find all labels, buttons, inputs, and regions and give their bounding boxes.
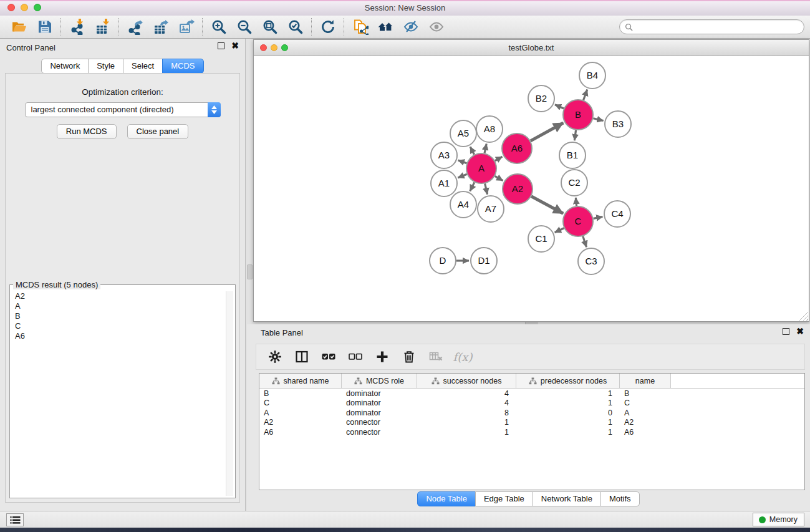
zoom-out-button[interactable] [231, 17, 257, 37]
table-tab-node-table[interactable]: Node Table [417, 491, 476, 506]
edge-A6-B[interactable] [531, 123, 563, 141]
column-header-shared-name[interactable]: shared name [259, 374, 342, 388]
node-B1[interactable]: B1 [559, 142, 586, 168]
node-B4[interactable]: B4 [579, 62, 605, 89]
table-tab-motifs[interactable]: Motifs [600, 491, 640, 506]
select-all-columns-button[interactable] [321, 349, 337, 365]
result-item[interactable]: A6 [12, 331, 226, 341]
table-settings-button[interactable] [267, 349, 283, 365]
task-history-button[interactable] [6, 513, 24, 526]
result-item[interactable]: A2 [12, 291, 226, 301]
run-mcds-button[interactable]: Run MCDS [57, 124, 117, 139]
node-A7[interactable]: A7 [478, 196, 504, 222]
node-D[interactable]: D [430, 248, 456, 274]
node-A1[interactable]: A1 [431, 170, 457, 196]
first-neighbors-button[interactable] [373, 17, 398, 37]
tab-mcds[interactable]: MCDS [162, 59, 203, 74]
delete-column-button[interactable] [401, 349, 417, 365]
edge-A-A1[interactable] [458, 174, 467, 178]
edge-C-C3[interactable] [583, 236, 587, 247]
network-canvas[interactable]: B4B2BB3B1A5A8A6A3AA1A2C2A4A7C4CC1C3DD1 [254, 56, 809, 321]
close-table-panel-icon[interactable]: ✖ [796, 328, 804, 335]
network-window-titlebar[interactable]: testGlobe.txt [254, 40, 809, 56]
edge-B-B3[interactable] [593, 118, 603, 121]
import-network-button[interactable] [64, 17, 90, 37]
result-item[interactable]: C [12, 321, 226, 331]
node-A4[interactable]: A4 [450, 191, 476, 218]
open-session-button[interactable] [6, 17, 32, 37]
tab-style[interactable]: Style [88, 59, 123, 74]
minimize-window-icon[interactable] [21, 4, 28, 11]
edge-B-B4[interactable] [584, 90, 587, 100]
node-C2[interactable]: C2 [561, 170, 587, 196]
result-item[interactable]: A [12, 301, 226, 311]
edge-A-A4[interactable] [470, 182, 475, 191]
node-A6[interactable]: A6 [502, 133, 532, 163]
table-tab-network-table[interactable]: Network Table [533, 491, 601, 506]
network-maximize-icon[interactable] [281, 44, 288, 51]
float-panel-icon[interactable] [218, 42, 224, 49]
show-details-button[interactable] [424, 17, 450, 37]
edge-A2-C[interactable] [531, 196, 563, 213]
node-C4[interactable]: C4 [604, 201, 630, 227]
export-network-button[interactable] [122, 17, 148, 37]
create-column-button[interactable] [374, 349, 390, 365]
network-close-icon[interactable] [260, 44, 267, 51]
zoom-in-button[interactable] [206, 17, 231, 37]
column-header-predecessor-nodes[interactable]: predecessor nodes [516, 374, 620, 388]
table-row[interactable]: Bdominator41B [259, 389, 804, 399]
edge-A-A8[interactable] [485, 144, 486, 153]
table-tab-edge-table[interactable]: Edge Table [475, 491, 533, 506]
edge-A-A2[interactable] [495, 176, 503, 180]
table-row[interactable]: A2connector11A2 [259, 418, 804, 428]
import-table-button[interactable] [90, 17, 115, 37]
column-header-successor-nodes[interactable]: successor nodes [417, 374, 516, 388]
close-window-icon[interactable] [7, 4, 15, 11]
result-scrollbar[interactable] [226, 291, 233, 496]
export-image-button[interactable] [173, 17, 199, 37]
memory-button[interactable]: Memory [753, 513, 804, 526]
table-row[interactable]: Cdominator41C [259, 399, 804, 409]
edge-C-C4[interactable] [594, 216, 603, 218]
node-A2[interactable]: A2 [503, 174, 533, 204]
node-D1[interactable]: D1 [471, 248, 497, 274]
clone-network-button[interactable] [347, 17, 373, 37]
search-input[interactable] [636, 22, 799, 32]
zoom-fit-button[interactable] [257, 17, 282, 37]
result-item[interactable]: B [12, 311, 226, 321]
hide-details-button[interactable] [398, 17, 424, 37]
search-box[interactable] [619, 19, 804, 34]
node-B[interactable]: B [563, 100, 593, 130]
unselect-all-columns-button[interactable] [347, 349, 364, 365]
node-C[interactable]: C [563, 206, 593, 236]
edge-A-A6[interactable] [495, 157, 503, 161]
optimization-criterion-select[interactable]: largest connected component (directed) [25, 102, 221, 117]
node-B3[interactable]: B3 [605, 111, 631, 137]
column-header-MCDS-role[interactable]: MCDS role [342, 374, 417, 388]
export-table-button[interactable] [148, 17, 173, 37]
node-A8[interactable]: A8 [476, 116, 503, 142]
node-B2[interactable]: B2 [528, 85, 554, 112]
node-C3[interactable]: C3 [578, 248, 604, 274]
edge-A-A7[interactable] [485, 183, 488, 194]
float-table-panel-icon[interactable] [783, 328, 789, 335]
edge-A-A5[interactable] [470, 147, 474, 154]
tab-select[interactable]: Select [123, 59, 163, 74]
node-A3[interactable]: A3 [431, 142, 457, 168]
zoom-selected-button[interactable] [282, 17, 308, 37]
table-row[interactable]: A6connector11A6 [259, 427, 804, 437]
save-session-button[interactable] [32, 17, 57, 37]
table-row[interactable]: Adominator80A [259, 408, 804, 418]
edge-C-C1[interactable] [555, 228, 564, 233]
maximize-window-icon[interactable] [34, 4, 41, 11]
node-C1[interactable]: C1 [528, 226, 554, 252]
close-panel-icon[interactable]: ✖ [231, 42, 239, 49]
tab-network[interactable]: Network [41, 59, 89, 74]
vertical-splitter-handle[interactable] [247, 264, 253, 279]
edge-C-C2[interactable] [576, 198, 576, 206]
edge-A-A3[interactable] [458, 160, 467, 163]
node-A[interactable]: A [466, 153, 496, 183]
edge-B-B2[interactable] [555, 105, 564, 109]
close-panel-button[interactable]: Close panel [127, 124, 189, 139]
network-minimize-icon[interactable] [271, 44, 277, 51]
